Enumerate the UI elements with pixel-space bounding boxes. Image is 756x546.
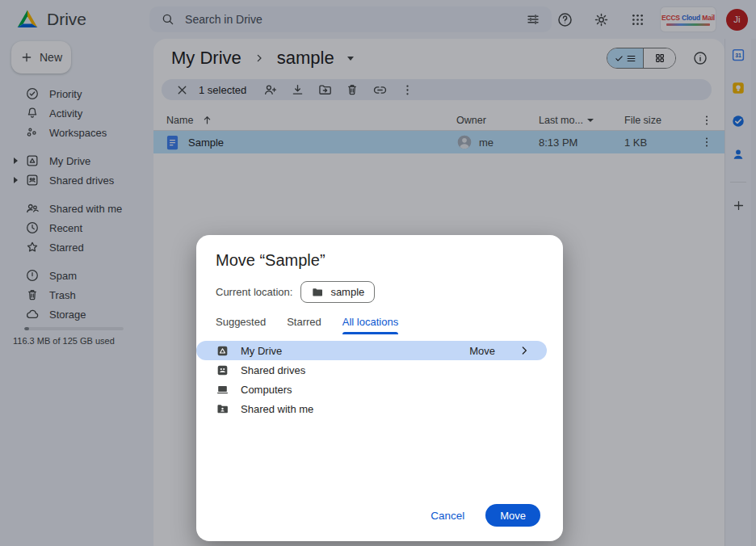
shared-folder-icon [216, 402, 229, 416]
location-label: Computers [241, 384, 292, 396]
tab-all-locations[interactable]: All locations [342, 316, 398, 334]
move-dialog: Move “Sample” Current location: sample S… [196, 235, 563, 541]
current-location-label: Current location: [216, 286, 292, 298]
cancel-button[interactable]: Cancel [430, 510, 464, 522]
computers-icon [216, 383, 229, 397]
current-location-name: sample [330, 286, 364, 298]
move-here-link[interactable]: Move [469, 345, 495, 357]
current-location-chip[interactable]: sample [300, 281, 375, 303]
location-row-computers[interactable]: Computers [196, 380, 563, 399]
location-row-shared-drives[interactable]: Shared drives [196, 360, 563, 380]
chevron-right-icon[interactable] [518, 344, 531, 357]
tab-suggested[interactable]: Suggested [216, 316, 266, 334]
location-row-my-drive[interactable]: My Drive Move [196, 341, 547, 360]
tab-starred[interactable]: Starred [287, 316, 321, 334]
location-label: My Drive [241, 345, 282, 357]
location-list: My Drive Move Shared drives Computers Sh… [196, 341, 563, 418]
dialog-tabs: Suggested Starred All locations [216, 316, 544, 334]
move-button[interactable]: Move [485, 504, 540, 527]
shared-drives-icon [216, 363, 229, 377]
drive-icon [216, 344, 229, 358]
location-label: Shared with me [241, 403, 313, 415]
folder-icon [311, 286, 324, 299]
location-label: Shared drives [241, 364, 305, 376]
location-row-shared-with-me[interactable]: Shared with me [196, 399, 563, 418]
dialog-title: Move “Sample” [216, 251, 544, 270]
